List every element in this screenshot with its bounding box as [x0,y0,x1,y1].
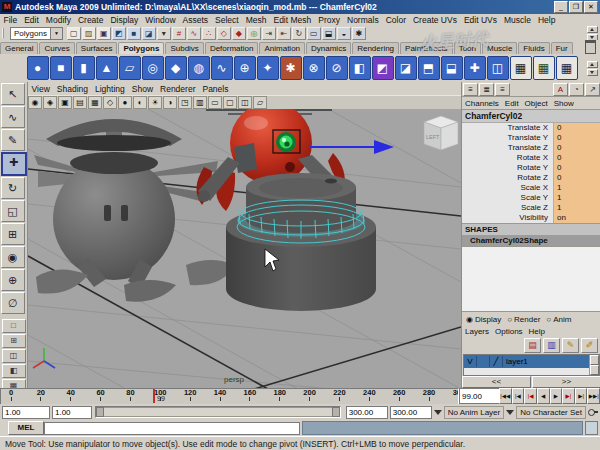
shelf-tab[interactable]: Muscle [482,42,517,54]
toolbar-grip[interactable] [2,28,8,38]
new-empty-layer-icon[interactable]: ▤ [524,338,541,353]
layer-name[interactable]: layer1 [503,357,528,366]
gate-mask-icon[interactable]: ▢ [223,96,237,109]
menu-item[interactable]: Create UVs [409,15,460,25]
layer-menu-item[interactable]: Layers [462,327,492,336]
channel-attribute-row[interactable]: Rotate Z 0 [462,173,600,183]
ipr-render-icon[interactable]: ◒ [337,27,351,40]
isolate-select-icon[interactable]: ◳ [178,96,192,109]
render-current-frame-icon[interactable]: ⬓ [322,27,336,40]
shelf-tab[interactable]: PaintEffects [400,42,453,54]
mel-command-input[interactable] [44,422,300,435]
menu-item[interactable]: Select [212,15,243,25]
range-end-handle[interactable] [332,407,340,417]
shelf-tab[interactable]: Rendering [352,42,399,54]
layer-menu-item[interactable]: Options [492,327,526,336]
shelf-tab[interactable]: Fur [551,42,573,54]
panel-menu-item[interactable]: Shading [53,84,91,94]
channel-box-menu-item[interactable]: Object [522,99,551,108]
channel-attribute-row[interactable]: Translate Y 0 [462,133,600,143]
safe-title-icon[interactable]: ▱ [253,96,267,109]
open-scene-icon[interactable]: ▨ [82,27,96,40]
menu-item[interactable]: Normals [344,15,383,25]
current-frame-marker[interactable] [153,389,155,403]
select-tool[interactable]: ↖ [1,83,25,105]
merge-vertices-icon[interactable]: ✚ [464,56,486,80]
playback-end-field[interactable] [346,406,388,419]
poly-platonic-icon[interactable]: ✦ [257,56,279,80]
menu-item[interactable]: Mesh [242,15,270,25]
image-plane-icon[interactable]: ▦ [88,96,102,109]
move-tool[interactable]: ✚ [1,152,27,176]
paint-layer-icon[interactable]: ✐ [581,338,598,353]
edit-layer-icon[interactable]: ✎ [562,338,579,353]
play-forward-button[interactable]: ▶ [550,388,563,404]
selection-mask-icon[interactable]: ▾ [157,27,171,40]
make-live-icon[interactable]: ◎ [247,27,261,40]
lasso-tool[interactable]: ∿ [1,106,25,128]
safe-action-icon[interactable]: ◫ [238,96,252,109]
shelf-tab[interactable]: Fluids [518,42,549,54]
poly-cylinder-icon[interactable]: ▮ [73,56,95,80]
layer-row[interactable]: V ╱ layer1 [464,355,589,368]
channel-attribute-row[interactable]: Translate X 0 [462,123,600,133]
render-flag-icon[interactable]: ▦ [533,56,555,80]
smooth-shade-icon[interactable]: ● [118,96,132,109]
menu-item[interactable]: File [0,15,21,25]
channel-layout-icon-1[interactable]: ≡ [463,83,478,96]
channel-box-menu-item[interactable]: Channels [462,99,502,108]
channel-box-menu-item[interactable]: Show [551,99,577,108]
snap-to-plane-icon[interactable]: ◇ [217,27,231,40]
soft-modification-tool[interactable]: ◉ [1,246,25,268]
select-hierarchy-icon[interactable]: ◩ [112,27,126,40]
universal-manipulator-tool[interactable]: ⊞ [1,223,25,245]
layer-mode-radio[interactable]: ○ Anim [546,315,571,324]
mirror-geometry-icon[interactable]: ◫ [487,56,509,80]
anim-layer-dropdown[interactable]: No Anim Layer [434,406,504,419]
textured-icon[interactable]: ◐ [133,96,147,109]
channel-attribute-row[interactable]: Rotate X 0 [462,153,600,163]
step-back-frame-button[interactable]: |◀ [512,388,525,404]
channel-attribute-row[interactable]: Rotate Y 0 [462,163,600,173]
menu-set-dropdown[interactable]: Polygons ▼ [10,27,63,40]
render-checker-icon[interactable]: ▦ [556,56,578,80]
menu-item[interactable]: Window [142,15,179,25]
bevel-icon[interactable]: ⬓ [441,56,463,80]
booleans-icon[interactable]: ◧ [349,56,371,80]
new-scene-icon[interactable]: ▢ [67,27,81,40]
select-object-icon[interactable]: ■ [127,27,141,40]
render-settings-icon[interactable]: ✱ [352,27,366,40]
menu-item[interactable]: Assets [179,15,212,25]
shelf-trash-icon[interactable] [585,40,596,54]
bookmarks-icon[interactable]: ▤ [73,96,87,109]
channel-layout-icon-2[interactable]: ≣ [479,83,494,96]
layout-persp-outliner-button[interactable]: ◧ [2,364,26,378]
layer-color-swatch[interactable]: ╱ [490,356,503,367]
shelf-tab[interactable]: Curves [39,42,74,54]
poly-pipe-icon[interactable]: ◍ [188,56,210,80]
shift-left-button[interactable]: << [462,376,531,388]
step-back-key-button[interactable]: |◀ [524,388,537,404]
step-forward-key-button[interactable]: ▶| [562,388,575,404]
layer-menu-item[interactable]: Help [526,327,548,336]
shelf-tab[interactable]: Deformation [205,42,259,54]
script-editor-icon[interactable] [585,421,598,435]
manip-speed-icon[interactable]: ◔ [569,83,584,96]
input-connections-icon[interactable]: ⇥ [262,27,276,40]
channel-attribute-row[interactable]: Scale X 1 [462,183,600,193]
panel-menu-item[interactable]: Lighting [91,84,128,94]
layout-two-pane-button[interactable]: ◫ [2,349,26,363]
shelf-tab[interactable]: General [0,42,38,54]
channel-attribute-row[interactable]: Scale Z 1 [462,203,600,213]
current-time-field[interactable] [459,388,501,404]
close-button[interactable]: ✕ [584,1,598,13]
range-slider-bar[interactable] [102,407,334,417]
panel-menu-item[interactable]: Renderer [157,84,199,94]
poly-helix-icon[interactable]: ∿ [211,56,233,80]
batch-render-icon[interactable]: ▦ [510,56,532,80]
menu-item[interactable]: Muscle [500,15,534,25]
poly-soccer-ball-icon[interactable]: ⊕ [234,56,256,80]
animation-end-field[interactable] [390,406,432,419]
viewport-canvas[interactable]: LEFT persp [28,109,461,389]
poly-torus-icon[interactable]: ◎ [142,56,164,80]
